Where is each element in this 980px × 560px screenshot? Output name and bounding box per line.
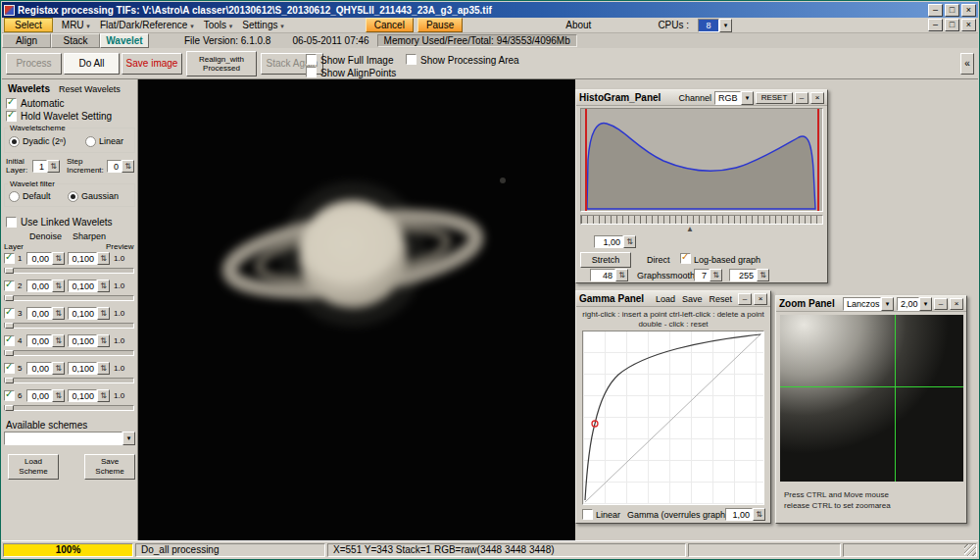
gamma-reset-button[interactable]: Reset — [709, 294, 732, 304]
zoom-panel[interactable]: Zoom Panel Lanczos ▾ 2,00 ▾ – × Press CT… — [775, 295, 967, 524]
layer4-denoise-field[interactable]: 0,00 — [26, 334, 52, 347]
menu-about[interactable]: About — [561, 19, 596, 31]
gamma-panel[interactable]: Gamma Panel Load Save Reset – × right-cl… — [575, 290, 771, 524]
use-linked-wavelets-checkbox[interactable] — [6, 217, 17, 228]
layer2-slider[interactable] — [4, 295, 134, 301]
reset-wavelets-button[interactable]: Reset Wavelets — [59, 84, 121, 94]
mdi-close-icon[interactable]: × — [961, 19, 976, 31]
gamma-curve-editor[interactable] — [582, 331, 764, 505]
chevron-down-icon[interactable]: ▾ — [719, 19, 732, 32]
layer5-sharpen-field[interactable]: 0,100 — [68, 362, 97, 375]
layer5-slider[interactable] — [4, 378, 134, 383]
zoom-close-icon[interactable]: × — [950, 298, 963, 310]
layer5-enable-checkbox[interactable]: ✓ — [4, 363, 15, 374]
load-scheme-button[interactable]: LoadScheme — [8, 454, 59, 480]
mdi-restore-icon[interactable]: □ — [945, 19, 959, 31]
mdi-minimize-icon[interactable]: – — [928, 19, 943, 31]
layer1-sharpen-spinner[interactable]: ⇅ — [97, 252, 110, 265]
filter-gaussian-radio[interactable] — [68, 191, 78, 202]
initial-layer-spinner[interactable]: ⇅ — [47, 160, 60, 173]
layer3-slider[interactable] — [4, 323, 134, 329]
tab-stack[interactable]: Stack — [51, 33, 100, 48]
tab-align[interactable]: Align — [2, 33, 51, 48]
do-all-button[interactable]: Do All — [64, 53, 120, 75]
gamma-save-button[interactable]: Save — [682, 294, 703, 304]
menu-settings[interactable]: Settings ▾ — [237, 19, 288, 31]
close-icon[interactable]: × — [961, 4, 976, 17]
save-image-button[interactable]: Save image — [122, 53, 182, 75]
linear-radio[interactable] — [85, 136, 96, 147]
gamma-load-button[interactable]: Load — [656, 294, 675, 304]
layer1-sharpen-field[interactable]: 0,100 — [68, 252, 97, 265]
layer4-slider[interactable] — [4, 350, 134, 356]
window-titlebar[interactable]: Registax processing TIFs: V:\Astro\A cla… — [2, 2, 978, 18]
layer6-sharpen-field[interactable]: 0,100 — [68, 389, 97, 402]
layer1-denoise-field[interactable]: 0,00 — [26, 252, 52, 265]
dyadic-radio[interactable] — [9, 136, 20, 147]
layer3-sharpen-spinner[interactable]: ⇅ — [97, 307, 110, 320]
tab-wavelet[interactable]: Wavelet — [100, 33, 149, 48]
zoom-panel-titlebar[interactable]: Zoom Panel Lanczos ▾ 2,00 ▾ – × — [776, 296, 966, 312]
layer2-sharpen-spinner[interactable]: ⇅ — [97, 280, 110, 292]
layer6-slider[interactable] — [4, 405, 134, 411]
channel-select[interactable]: RGB ▾ — [714, 91, 754, 105]
layer5-sharpen-spinner[interactable]: ⇅ — [97, 362, 110, 375]
layer5-denoise-spinner[interactable]: ⇅ — [52, 362, 65, 375]
histogram-minimize-icon[interactable]: – — [795, 92, 808, 104]
layer5-slider-thumb[interactable] — [5, 378, 14, 383]
histogram-close-icon[interactable]: × — [810, 92, 824, 104]
layer3-enable-checkbox[interactable]: ✓ — [4, 308, 15, 319]
histogram-gain-spinner[interactable]: ⇅ — [623, 235, 636, 248]
layer4-sharpen-spinner[interactable]: ⇅ — [97, 334, 110, 347]
main-image-view[interactable] — [138, 79, 575, 542]
histogram-plot[interactable] — [580, 108, 823, 212]
layer3-denoise-spinner[interactable]: ⇅ — [52, 307, 65, 320]
histogram-high-field[interactable]: 255 — [729, 269, 757, 281]
layer4-enable-checkbox[interactable]: ✓ — [4, 335, 15, 346]
pause-button[interactable]: Pause — [417, 18, 463, 32]
menu-select[interactable]: Select — [4, 18, 53, 32]
save-scheme-button[interactable]: SaveScheme — [84, 454, 135, 480]
layer6-slider-thumb[interactable] — [5, 405, 14, 411]
menu-tools[interactable]: Tools ▾ — [199, 19, 238, 31]
chevron-down-icon[interactable]: ▾ — [881, 297, 894, 311]
cpus-select[interactable]: 8 ▾ — [698, 19, 732, 32]
minimize-icon[interactable]: – — [928, 4, 943, 17]
gamma-value-field[interactable]: 1,00 — [725, 508, 753, 521]
scheme-select[interactable]: ▾ — [4, 432, 135, 445]
show-processing-area-checkbox[interactable] — [406, 54, 416, 65]
histogram-panel-titlebar[interactable]: HistoGram_Panel Channel RGB ▾ RESET – × — [576, 90, 827, 106]
gamma-linear-checkbox[interactable] — [582, 509, 593, 520]
layer2-enable-checkbox[interactable]: ✓ — [4, 280, 15, 291]
graphsmooth-field[interactable]: 7 — [694, 269, 710, 281]
layer3-sharpen-field[interactable]: 0,100 — [68, 307, 97, 320]
chevron-down-icon[interactable]: ▾ — [741, 91, 754, 105]
process-button[interactable]: Process — [6, 53, 62, 75]
step-increment-field[interactable]: 0 — [107, 160, 122, 173]
zoom-factor-select[interactable]: 2,00 ▾ — [897, 297, 932, 311]
slider-pointer-icon[interactable]: ▲ — [686, 226, 694, 233]
stretch-button[interactable]: Stretch — [580, 252, 631, 268]
step-increment-spinner[interactable]: ⇅ — [122, 160, 134, 173]
histogram-low-spinner[interactable]: ⇅ — [615, 269, 628, 281]
histogram-panel[interactable]: HistoGram_Panel Channel RGB ▾ RESET – × … — [575, 89, 828, 283]
gamma-panel-titlebar[interactable]: Gamma Panel Load Save Reset – × — [576, 291, 770, 307]
layer5-denoise-field[interactable]: 0,00 — [26, 362, 52, 375]
log-based-graph-checkbox[interactable]: ✓ — [680, 253, 691, 264]
collapse-panel-icon[interactable]: « — [960, 53, 974, 75]
layer6-sharpen-spinner[interactable]: ⇅ — [97, 389, 110, 402]
histogram-reset-button[interactable]: RESET — [756, 92, 793, 104]
layer1-denoise-spinner[interactable]: ⇅ — [52, 252, 65, 265]
histogram-range-slider[interactable] — [580, 215, 823, 225]
initial-layer-field[interactable]: 1 — [32, 160, 47, 173]
realign-with-processed-button[interactable]: Realign_withProcessed — [186, 51, 257, 76]
layer4-sharpen-field[interactable]: 0,100 — [68, 334, 97, 347]
gamma-value-spinner[interactable]: ⇅ — [753, 508, 765, 521]
layer6-enable-checkbox[interactable]: ✓ — [4, 390, 15, 401]
menu-mru[interactable]: MRU ▾ — [57, 19, 95, 31]
resize-grip[interactable] — [964, 544, 976, 556]
layer2-slider-thumb[interactable] — [5, 295, 14, 301]
layer1-slider[interactable] — [4, 268, 134, 274]
maximize-icon[interactable]: □ — [945, 4, 959, 17]
gamma-close-icon[interactable]: × — [754, 293, 767, 305]
